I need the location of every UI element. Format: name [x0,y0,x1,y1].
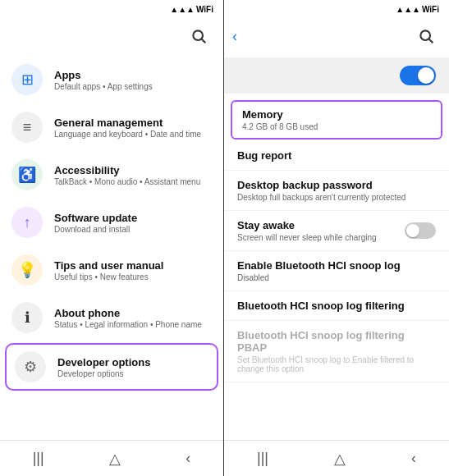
stay-awake-text: Stay awake Screen will never sleep while… [237,219,405,242]
sidebar-item-about[interactable]: ℹ About phone Status • Legal information… [0,294,223,341]
bluetooth-pbap-row: Bluetooth HCI snoop log filtering PBAP S… [237,329,436,373]
about-icon: ℹ [11,302,43,333]
accessibility-subtitle: TalkBack • Mono audio • Assistant menu [54,177,212,186]
right-wifi-icon: WiFi [422,5,439,14]
right-status-bar: ▲▲▲ WiFi [224,0,449,18]
right-header-left: ‹ [232,28,242,45]
bug-report-text: Bug report [237,149,436,162]
apps-text: Apps Default apps • App settings [54,69,212,91]
stay-awake-subtitle: Screen will never sleep while charging [237,233,405,242]
desktop-backup-text: Desktop backup password Desktop full bac… [237,179,436,202]
tips-text: Tips and user manual Useful tips • New f… [54,259,212,281]
left-status-icons: ▲▲▲ WiFi [170,5,215,14]
right-nav-home[interactable]: △ [334,450,346,468]
stay-awake-row: Stay awake Screen will never sleep while… [237,219,436,242]
bluetooth-filtering-title: Bluetooth HCI snoop log filtering [237,300,436,312]
accessibility-icon: ♿ [11,159,43,190]
bluetooth-filtering-row: Bluetooth HCI snoop log filtering [237,300,436,312]
about-subtitle: Status • Legal information • Phone name [54,320,212,329]
left-panel: ▲▲▲ WiFi ⊞ Apps Default apps • App setti… [0,0,224,476]
apps-icon: ⊞ [11,64,43,95]
right-nav-recents[interactable]: ||| [257,450,268,467]
software-update-title: Software update [54,212,212,224]
developer-text: Developer options Developer options [57,356,208,378]
desktop-backup-title: Desktop backup password [237,179,436,191]
dev-options-list: Memory 4.2 GB of 8 GB used Bug report De… [224,98,449,440]
general-management-icon: ≡ [11,112,43,143]
svg-line-1 [202,39,206,43]
tips-subtitle: Useful tips • New features [54,272,212,281]
dev-item-bluetooth-filtering[interactable]: Bluetooth HCI snoop log filtering [224,291,449,321]
dev-item-desktop-backup[interactable]: Desktop backup password Desktop full bac… [224,171,449,211]
apps-subtitle: Default apps • App settings [54,82,212,91]
software-update-icon: ↑ [11,207,43,238]
dev-item-memory[interactable]: Memory 4.2 GB of 8 GB used [231,100,442,140]
right-search-button[interactable] [413,23,439,49]
general-management-title: General management [54,117,212,129]
svg-point-2 [420,30,430,40]
svg-line-3 [429,39,433,43]
left-search-button[interactable] [186,23,212,49]
left-signal-icon: ▲▲▲ [170,5,195,14]
software-update-text: Software update Download and install [54,212,212,234]
sidebar-item-accessibility[interactable]: ♿ Accessibility TalkBack • Mono audio • … [0,151,223,199]
about-title: About phone [54,307,212,319]
right-nav-back[interactable]: ‹ [411,450,416,467]
bluetooth-hci-text: Enable Bluetooth HCI snoop log Disabled [237,259,436,282]
left-header [0,18,223,56]
accessibility-title: Accessibility [54,164,212,176]
developer-icon: ⚙ [15,351,46,382]
sidebar-item-developer[interactable]: ⚙ Developer options Developer options [5,343,218,391]
on-toggle-row [224,57,449,94]
developer-options-toggle[interactable] [400,66,436,85]
sidebar-item-tips[interactable]: 💡 Tips and user manual Useful tips • New… [0,246,223,294]
memory-row: Memory 4.2 GB of 8 GB used [242,108,431,131]
dev-item-bug-report[interactable]: Bug report [224,141,449,171]
left-nav-back[interactable]: ‹ [186,450,190,467]
bluetooth-hci-subtitle: Disabled [237,273,436,282]
svg-point-0 [193,30,203,40]
stay-awake-toggle-knob [406,224,419,237]
bluetooth-pbap-text: Bluetooth HCI snoop log filtering PBAP S… [237,329,436,373]
desktop-backup-subtitle: Desktop full backups aren't currently pr… [237,193,436,202]
dev-item-bluetooth-pbap[interactable]: Bluetooth HCI snoop log filtering PBAP S… [224,321,449,382]
bluetooth-pbap-subtitle: Set Bluetooth HCI snoop log to Enable fi… [237,355,436,373]
sidebar-item-general-management[interactable]: ≡ General management Language and keyboa… [0,103,223,151]
bug-report-row: Bug report [237,149,436,162]
dev-item-bluetooth-hci[interactable]: Enable Bluetooth HCI snoop log Disabled [224,251,449,291]
tips-icon: 💡 [11,254,43,286]
software-update-subtitle: Download and install [54,225,212,234]
memory-text: Memory 4.2 GB of 8 GB used [242,108,431,131]
bluetooth-pbap-title: Bluetooth HCI snoop log filtering PBAP [237,329,436,354]
sidebar-item-software-update[interactable]: ↑ Software update Download and install [0,199,223,246]
stay-awake-toggle[interactable] [405,222,436,239]
back-button[interactable]: ‹ [232,28,237,45]
general-management-text: General management Language and keyboard… [54,117,212,139]
left-status-bar: ▲▲▲ WiFi [0,0,223,18]
right-signal-icon: ▲▲▲ [396,5,420,14]
memory-subtitle: 4.2 GB of 8 GB used [242,122,431,131]
accessibility-text: Accessibility TalkBack • Mono audio • As… [54,164,212,186]
settings-list: ⊞ Apps Default apps • App settings ≡ Gen… [0,56,223,440]
left-bottom-nav: ||| △ ‹ [0,440,223,476]
left-nav-home[interactable]: △ [109,450,121,468]
memory-title: Memory [242,108,431,121]
sidebar-item-apps[interactable]: ⊞ Apps Default apps • App settings [0,56,223,103]
toggle-knob [418,67,434,84]
bluetooth-hci-row: Enable Bluetooth HCI snoop log Disabled [237,259,436,282]
general-management-subtitle: Language and keyboard • Date and time [54,130,212,139]
developer-title: Developer options [57,356,208,368]
left-wifi-icon: WiFi [196,5,213,14]
dev-item-stay-awake[interactable]: Stay awake Screen will never sleep while… [224,211,449,251]
bug-report-title: Bug report [237,149,436,162]
desktop-backup-row: Desktop backup password Desktop full bac… [237,179,436,202]
stay-awake-title: Stay awake [237,219,405,231]
right-bottom-nav: ||| △ ‹ [224,440,449,476]
tips-title: Tips and user manual [54,259,212,272]
left-nav-recents[interactable]: ||| [33,450,44,467]
apps-title: Apps [54,69,212,81]
bluetooth-filtering-text: Bluetooth HCI snoop log filtering [237,300,436,312]
right-header: ‹ [224,18,449,54]
right-panel: ▲▲▲ WiFi ‹ Memory 4.2 GB of 8 GB used [224,0,449,476]
about-text: About phone Status • Legal information •… [54,307,212,329]
